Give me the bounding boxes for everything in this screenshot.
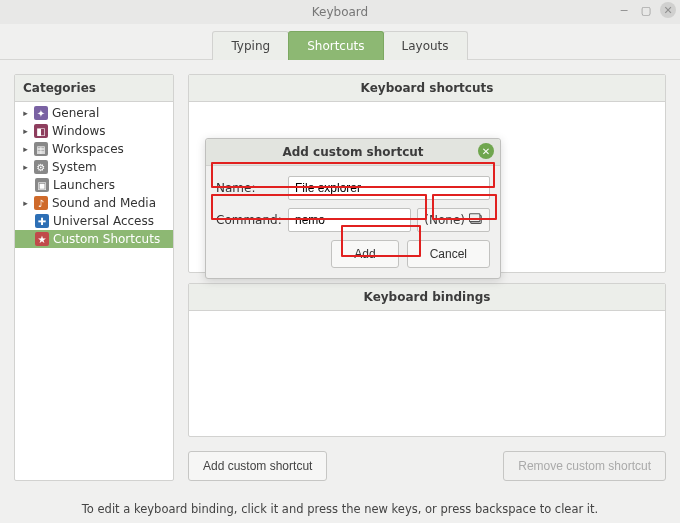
close-icon[interactable]: ✕ xyxy=(660,2,676,18)
sidebar-item-label: Sound and Media xyxy=(52,196,156,210)
categories-sidebar: Categories ▸ ✦ General ▸ ◧ Windows ▸ ▦ W… xyxy=(14,74,174,481)
sidebar-item-launchers[interactable]: ▣ Launchers xyxy=(15,176,173,194)
sidebar-item-label: Launchers xyxy=(53,178,115,192)
keyboard-bindings-panel: Keyboard bindings xyxy=(188,283,666,437)
window-controls: − ▢ ✕ xyxy=(616,2,676,18)
command-input[interactable] xyxy=(288,208,411,232)
chevron-right-icon: ▸ xyxy=(21,198,30,208)
panel-header: Keyboard shortcuts xyxy=(189,75,665,102)
window-titlebar: Keyboard − ▢ ✕ xyxy=(0,0,680,24)
button-row: Add custom shortcut Remove custom shortc… xyxy=(188,451,666,481)
window-title: Keyboard xyxy=(312,5,368,19)
svg-rect-1 xyxy=(469,213,480,221)
bindings-list[interactable] xyxy=(189,311,665,436)
folder-icon xyxy=(469,212,483,229)
tab-shortcuts[interactable]: Shortcuts xyxy=(288,31,383,60)
sidebar-item-workspaces[interactable]: ▸ ▦ Workspaces xyxy=(15,140,173,158)
launchers-icon: ▣ xyxy=(35,178,49,192)
name-label: Name: xyxy=(216,181,282,195)
add-button[interactable]: Add xyxy=(331,240,398,268)
remove-custom-shortcut-button: Remove custom shortcut xyxy=(503,451,666,481)
name-input[interactable] xyxy=(288,176,490,200)
command-row: Command: (None) xyxy=(216,208,490,232)
footer-hint: To edit a keyboard binding, click it and… xyxy=(0,495,680,523)
sidebar-item-label: General xyxy=(52,106,99,120)
name-row: Name: xyxy=(216,176,490,200)
app-picker-label: (None) xyxy=(424,213,465,227)
sidebar-item-universal-access[interactable]: ✚ Universal Access xyxy=(15,212,173,230)
tab-strip: Typing Shortcuts Layouts xyxy=(0,24,680,60)
sidebar-item-label: System xyxy=(52,160,97,174)
app-picker-button[interactable]: (None) xyxy=(417,208,490,232)
chevron-right-icon: ▸ xyxy=(21,162,30,172)
dialog-body: Name: Command: (None) Add Cancel xyxy=(206,166,500,278)
cancel-button[interactable]: Cancel xyxy=(407,240,490,268)
sound-icon: ♪ xyxy=(34,196,48,210)
sidebar-item-label: Universal Access xyxy=(53,214,154,228)
dialog-title: Add custom shortcut ✕ xyxy=(206,139,500,166)
sidebar-item-label: Windows xyxy=(52,124,106,138)
sidebar-item-label: Custom Shortcuts xyxy=(53,232,160,246)
chevron-right-icon: ▸ xyxy=(21,144,30,154)
chevron-right-icon: ▸ xyxy=(21,108,30,118)
command-label: Command: xyxy=(216,213,282,227)
system-icon: ⚙ xyxy=(34,160,48,174)
tab-typing[interactable]: Typing xyxy=(212,31,289,60)
categories-tree: ▸ ✦ General ▸ ◧ Windows ▸ ▦ Workspaces ▸… xyxy=(15,102,173,250)
sidebar-item-system[interactable]: ▸ ⚙ System xyxy=(15,158,173,176)
dialog-button-row: Add Cancel xyxy=(216,240,490,268)
add-custom-shortcut-button[interactable]: Add custom shortcut xyxy=(188,451,327,481)
general-icon: ✦ xyxy=(34,106,48,120)
workspaces-icon: ▦ xyxy=(34,142,48,156)
dialog-title-label: Add custom shortcut xyxy=(282,145,423,159)
panel-header: Keyboard bindings xyxy=(189,284,665,311)
sidebar-item-sound[interactable]: ▸ ♪ Sound and Media xyxy=(15,194,173,212)
add-custom-shortcut-dialog: Add custom shortcut ✕ Name: Command: (No… xyxy=(205,138,501,279)
maximize-icon[interactable]: ▢ xyxy=(638,2,654,18)
universal-access-icon: ✚ xyxy=(35,214,49,228)
dialog-close-icon[interactable]: ✕ xyxy=(478,143,494,159)
custom-shortcuts-icon: ★ xyxy=(35,232,49,246)
windows-icon: ◧ xyxy=(34,124,48,138)
minimize-icon[interactable]: − xyxy=(616,2,632,18)
sidebar-item-custom-shortcuts[interactable]: ★ Custom Shortcuts xyxy=(15,230,173,248)
sidebar-item-general[interactable]: ▸ ✦ General xyxy=(15,104,173,122)
sidebar-header: Categories xyxy=(15,75,173,102)
tab-layouts[interactable]: Layouts xyxy=(383,31,468,60)
sidebar-item-label: Workspaces xyxy=(52,142,124,156)
chevron-right-icon: ▸ xyxy=(21,126,30,136)
sidebar-item-windows[interactable]: ▸ ◧ Windows xyxy=(15,122,173,140)
